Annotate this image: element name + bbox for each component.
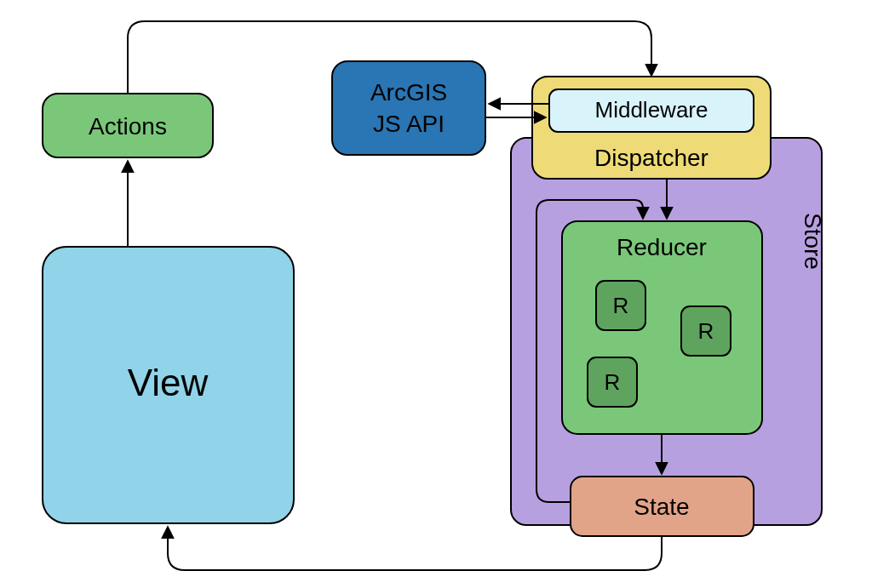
- dispatcher-label: Dispatcher: [594, 145, 708, 171]
- reducer-sub-1-label: R: [613, 293, 629, 318]
- state-label: State: [634, 494, 689, 520]
- arcgis-label-1: ArcGIS: [370, 79, 447, 106]
- actions-label: Actions: [89, 113, 167, 140]
- view-label: View: [128, 362, 209, 403]
- middleware-label: Middleware: [595, 97, 708, 123]
- redux-architecture-diagram: Store Dispatcher Middleware Reducer R R …: [0, 0, 872, 588]
- store-label: Store: [800, 213, 826, 270]
- reducer-sub-3-label: R: [605, 369, 621, 395]
- reducer-sub-2-label: R: [698, 318, 714, 344]
- arcgis-label-2: JS API: [373, 111, 445, 137]
- arcgis-box: [332, 61, 485, 155]
- reducer-label: Reducer: [617, 234, 707, 260]
